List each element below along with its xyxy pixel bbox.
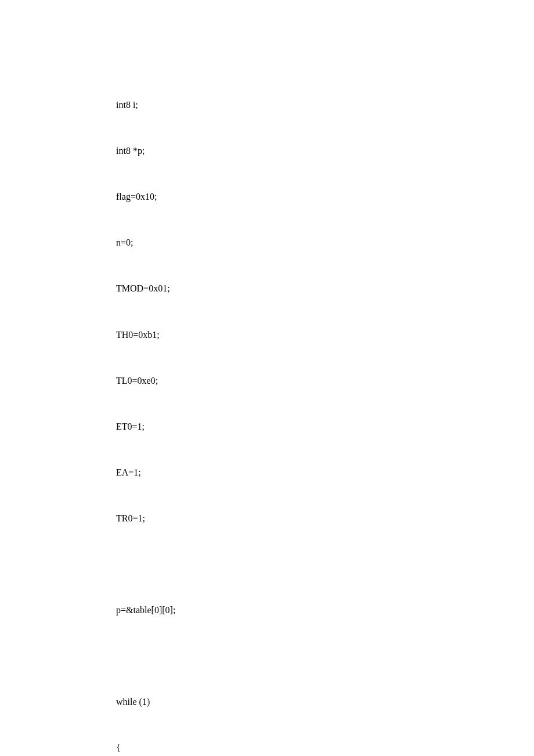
code-line: { <box>93 740 499 755</box>
blank-line <box>93 649 499 664</box>
code-line: TMOD=0x01; <box>93 281 499 296</box>
code-block: int8 i; int8 *p; flag=0x10; n=0; TMOD=0x… <box>93 67 499 756</box>
code-line: EA=1; <box>93 465 499 480</box>
code-line: TH0=0xb1; <box>93 327 499 343</box>
code-line: flag=0x10; <box>93 189 499 204</box>
code-line: ET0=1; <box>93 419 499 434</box>
code-line: TR0=1; <box>93 511 499 526</box>
code-line: TL0=0xe0; <box>93 373 499 388</box>
code-line: int8 i; <box>93 98 499 113</box>
blank-line <box>93 557 499 573</box>
code-line: while (1) <box>93 694 499 710</box>
code-page: int8 i; int8 *p; flag=0x10; n=0; TMOD=0x… <box>0 0 499 756</box>
code-line: n=0; <box>93 235 499 250</box>
code-line: int8 *p; <box>93 143 499 159</box>
code-line: p=&table[0][0]; <box>93 603 499 618</box>
